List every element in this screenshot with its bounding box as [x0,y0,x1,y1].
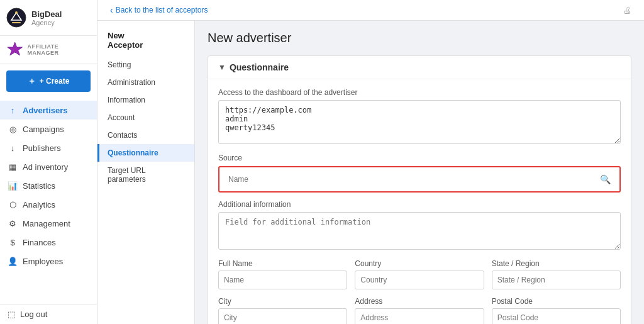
secondary-sidebar: New Acceptor Setting Administration Info… [97,21,195,324]
full-name-label: Full Name [218,259,347,268]
full-name-group: Full Name [218,259,347,289]
advertisers-icon: ↑ [8,105,18,115]
logout-icon: ⬚ [8,310,15,319]
access-textarea[interactable]: https://example.com admin qwerty12345 [218,100,621,144]
create-button[interactable]: ＋ + Create [6,70,91,92]
section-arrow-icon: ▼ [218,63,226,72]
nav-label-advertisers: Advertisers [23,106,68,115]
sec-nav-setting[interactable]: Setting [97,56,194,74]
breadcrumb-text: Back to the list of acceptors [116,6,208,14]
source-search-icon: 🔍 [600,174,611,184]
access-group: Access to the dashboard of the advertise… [218,88,621,146]
nav-item-management[interactable]: ⚙ Management [0,214,97,233]
city-label: City [218,297,347,306]
address-input[interactable] [355,308,484,324]
print-icon[interactable]: 🖨 [623,6,631,15]
source-section: Source 🔍 [218,154,621,193]
sec-nav-information[interactable]: Information [97,91,194,109]
employees-icon: 👤 [8,256,18,266]
city-group: City [218,297,347,324]
postal-input[interactable] [492,308,621,324]
row-name-country-state: Full Name Country State / Region [218,259,621,289]
source-border-box: 🔍 [218,166,621,193]
state-label: State / Region [492,259,621,268]
sec-nav-administration[interactable]: Administration [97,74,194,91]
sec-nav-target-url[interactable]: Target URL parameters [97,162,194,188]
sec-nav-account[interactable]: Account [97,109,194,126]
nav-label-publishers: Publishers [23,143,61,153]
svg-marker-2 [8,42,22,55]
sec-nav-questionnaire[interactable]: Questionnaire [97,144,194,162]
nav-item-statistics[interactable]: 📊 Statistics [0,176,97,195]
svg-point-0 [7,8,26,27]
full-name-input[interactable] [218,271,347,289]
affiliate-icon [6,41,23,59]
nav-label-analytics: Analytics [23,200,55,209]
postal-group: Postal Code [492,297,621,324]
statistics-icon: 📊 [8,181,18,191]
source-input-wrap: 🔍 [226,172,613,186]
page-title: New advertiser [208,31,631,45]
content-area: New Acceptor Setting Administration Info… [97,21,644,324]
questionnaire-title: Questionnaire [230,62,289,72]
logout-item[interactable]: ⬚ Log out [0,304,97,324]
analytics-icon: ⬡ [8,199,18,209]
postal-label: Postal Code [492,297,621,306]
left-sidebar: BigDeal Agency AFFILIATE MANAGER ＋ + Cre… [0,0,97,324]
address-group: Address [355,297,484,324]
logo-icon [6,8,26,28]
nav-label-employees: Employees [23,257,63,266]
new-acceptor-title: New Acceptor [97,27,194,56]
address-label: Address [355,297,484,306]
finances-icon: $ [8,237,18,247]
ad-inventory-icon: ▦ [8,162,18,172]
affiliate-label: AFFILIATE MANAGER [27,43,91,56]
city-input[interactable] [218,308,347,324]
sec-nav-contacts[interactable]: Contacts [97,126,194,144]
country-group: Country [355,259,484,289]
campaigns-icon: ◎ [8,124,18,134]
nav-label-statistics: Statistics [23,181,55,191]
additional-label: Additional information [218,200,621,209]
nav-items: ↑ Advertisers ◎ Campaigns ↓ Publishers ▦… [0,98,97,304]
nav-item-advertisers[interactable]: ↑ Advertisers [0,101,97,120]
back-arrow-icon: ‹ [110,5,113,15]
row-city-address-postal: City Address Postal Code [218,297,621,324]
main-area: ‹ Back to the list of acceptors 🖨 New Ac… [97,0,644,324]
additional-textarea[interactable] [218,212,621,250]
top-bar: ‹ Back to the list of acceptors 🖨 [97,0,644,21]
source-label: Source [218,154,621,162]
additional-group: Additional information [218,200,621,252]
form-area: New advertiser ▼ Questionnaire Access to… [195,21,644,324]
nav-item-employees[interactable]: 👤 Employees [0,252,97,271]
affiliate-badge: AFFILIATE MANAGER [0,36,97,64]
management-icon: ⚙ [8,218,18,228]
nav-item-campaigns[interactable]: ◎ Campaigns [0,120,97,138]
breadcrumb-link[interactable]: ‹ Back to the list of acceptors [110,5,208,15]
logo-text: BigDeal Agency [31,9,62,26]
nav-label-campaigns: Campaigns [23,125,64,134]
nav-item-finances[interactable]: $ Finances [0,233,97,252]
plus-icon: ＋ [28,75,36,87]
svg-point-1 [15,11,18,14]
nav-item-ad-inventory[interactable]: ▦ Ad inventory [0,157,97,176]
nav-item-analytics[interactable]: ⬡ Analytics [0,195,97,214]
nav-label-management: Management [23,219,70,228]
country-label: Country [355,259,484,268]
state-group: State / Region [492,259,621,289]
nav-item-publishers[interactable]: ↓ Publishers [0,138,97,157]
publishers-icon: ↓ [8,143,18,153]
access-label: Access to the dashboard of the advertise… [218,88,621,97]
logout-label: Log out [20,310,47,319]
logo-area: BigDeal Agency [0,0,97,36]
nav-label-finances: Finances [23,238,56,247]
nav-label-ad-inventory: Ad inventory [23,162,68,172]
country-input[interactable] [355,271,484,289]
state-input[interactable] [492,271,621,289]
questionnaire-body: Access to the dashboard of the advertise… [208,79,631,324]
questionnaire-card: ▼ Questionnaire Access to the dashboard … [208,55,631,324]
source-input[interactable] [226,172,613,186]
questionnaire-header: ▼ Questionnaire [208,56,631,79]
